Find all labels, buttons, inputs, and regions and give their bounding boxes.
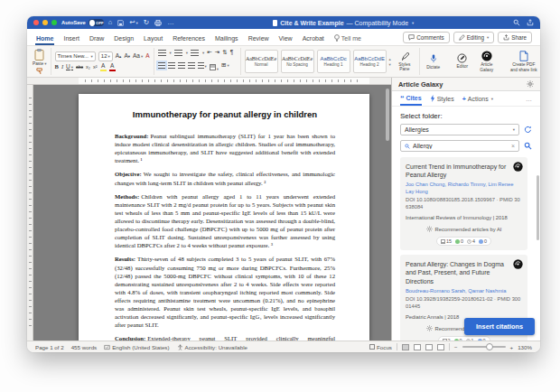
accessibility-status[interactable]: Accessibility: Unavailable (177, 344, 247, 350)
zoom-out-icon[interactable]: − (454, 344, 458, 350)
print-layout-view-button[interactable] (402, 344, 409, 350)
underline-button[interactable]: U▾ (66, 64, 73, 70)
article-title[interactable]: Current Trend in Immunotherapy for Peanu… (406, 163, 522, 179)
numbering-button[interactable] (174, 50, 182, 56)
style-heading-1[interactable]: AaBbCcDcHeading 1 (317, 50, 350, 73)
style-no-spacing[interactable]: AaBbCcDdEeNo Spacing (281, 50, 314, 73)
article-authors[interactable]: Boudreau-Romano Sarah, Qamar Nashmia (406, 288, 522, 295)
close-window-button[interactable] (33, 20, 39, 25)
document-scrollbar[interactable] (386, 89, 389, 141)
tab-view[interactable]: View (278, 33, 294, 45)
tab-styles[interactable]: Styles (430, 91, 454, 106)
search-input[interactable] (413, 143, 509, 149)
tab-insert[interactable]: Insert (62, 33, 80, 45)
article-galaxy-logo-icon[interactable] (513, 259, 523, 269)
tab-references[interactable]: References (172, 33, 206, 45)
show-paragraph-marks-icon[interactable]: ¶ (230, 50, 234, 56)
font-color-button[interactable]: A (109, 63, 116, 72)
insert-citations-button[interactable]: Insert citations (464, 318, 535, 335)
bold-button[interactable]: B (55, 64, 59, 70)
folder-select[interactable]: Allergies ▾ (400, 124, 519, 135)
increase-indent-icon[interactable]: ⇥ (215, 50, 219, 56)
tab-cites[interactable]: “ Cites (400, 91, 422, 106)
bullets-button[interactable] (158, 50, 166, 56)
zoom-level[interactable]: 130% (518, 344, 532, 350)
tab-home[interactable]: Home (35, 33, 54, 45)
undo-icon[interactable]: ↩▾ (129, 19, 138, 26)
styles-scroll[interactable]: ▴ ▾ (389, 57, 391, 67)
editor-button[interactable]: Editor (453, 53, 471, 69)
create-pdf-button[interactable]: Create PDF and share link (509, 51, 539, 72)
outline-view-button[interactable] (425, 344, 433, 350)
font-size-select[interactable]: 12▾ (98, 51, 113, 61)
line-spacing-button[interactable]: ▾ (198, 62, 207, 69)
italic-button[interactable]: I (61, 64, 63, 70)
sort-icon[interactable]: ⇅ (222, 50, 227, 56)
tab-acrobat[interactable]: Acrobat (302, 33, 325, 45)
align-right-button[interactable] (178, 62, 185, 69)
tab-draw[interactable]: Draw (89, 33, 105, 45)
article-authors[interactable]: Joo Chan Chong, Richardo Timmy, Lim Rene… (406, 182, 522, 195)
autosave-toggle[interactable]: AutoSave OFF (61, 19, 104, 26)
more-commands-icon[interactable]: … (167, 19, 174, 26)
styles-pane-button[interactable]: Styles Pane (394, 51, 415, 72)
tab-design[interactable]: Design (113, 33, 135, 45)
result-card[interactable]: Current Trend in Immunotherapy for Peanu… (400, 157, 527, 250)
search-box[interactable]: × (400, 140, 519, 152)
subscript-button[interactable]: x₂ (86, 65, 90, 70)
draft-view-button[interactable] (437, 344, 444, 350)
tab-layout[interactable]: Layout (143, 33, 163, 45)
metrics-pill[interactable]: 15 0 4 0 (436, 237, 491, 246)
search-icon[interactable] (513, 19, 520, 26)
clear-search-icon[interactable]: × (511, 143, 515, 149)
shading-button[interactable]: ▾ (210, 58, 219, 74)
sidebar-scrollbar[interactable] (537, 175, 539, 240)
editing-button[interactable]: Editing ▾ (453, 32, 495, 43)
borders-button[interactable]: ⊞▾ (221, 62, 229, 69)
strikethrough-button[interactable]: abc (76, 65, 83, 70)
paste-button[interactable]: Paste▾ (33, 49, 47, 67)
shrink-font-button[interactable]: A▾ (124, 53, 130, 60)
tab-review[interactable]: Review (247, 33, 270, 45)
redo-icon[interactable]: ↻ (144, 19, 149, 26)
multilevel-list-button[interactable] (191, 50, 199, 56)
grow-font-button[interactable]: A▴ (116, 53, 122, 60)
tab-actions[interactable]: + Actions ▾ (462, 91, 493, 106)
superscript-button[interactable]: x² (93, 65, 98, 70)
tab-tell-me[interactable]: Tell me (333, 32, 362, 45)
clear-formatting-button[interactable]: A (145, 53, 149, 60)
save-icon[interactable] (117, 20, 124, 26)
decrease-indent-icon[interactable]: ⇤ (207, 50, 211, 56)
style-heading-2[interactable]: AaBbCcDdEHeading 2 (353, 50, 387, 73)
focus-mode-button[interactable]: Focus (369, 344, 392, 350)
document-page[interactable]: Immunotherapy for peanut allergy in chil… (79, 94, 369, 341)
search-submit-icon[interactable] (524, 142, 532, 150)
refresh-icon[interactable] (524, 126, 532, 134)
dictate-button[interactable]: Dictate (424, 53, 443, 70)
autosave-switch[interactable]: OFF (89, 19, 104, 26)
share-icon[interactable] (527, 19, 534, 26)
zoom-window-button[interactable] (51, 20, 57, 25)
gear-icon[interactable] (527, 80, 534, 88)
tab-mailings[interactable]: Mailings (214, 33, 239, 45)
proofing-status[interactable]: English (United States) (104, 344, 169, 350)
page-count[interactable]: Page 1 of 2 (35, 344, 64, 350)
share-button[interactable]: Share (498, 32, 532, 43)
style-normal[interactable]: AaBbCcDdEeNormal (245, 50, 278, 73)
minimize-window-button[interactable] (42, 20, 48, 25)
justify-button[interactable] (188, 62, 195, 69)
align-left-button[interactable] (158, 62, 165, 69)
change-case-button[interactable]: Aa▾ (133, 53, 143, 60)
align-center-button[interactable] (168, 62, 175, 69)
more-options-icon[interactable]: … (526, 91, 532, 106)
home-icon[interactable]: ⌂ (108, 19, 113, 26)
zoom-slider[interactable] (462, 346, 506, 348)
article-title[interactable]: Peanut Allergy: Changes in Dogma and Pas… (406, 260, 522, 285)
zoom-in-icon[interactable]: + (510, 344, 514, 350)
web-layout-view-button[interactable] (414, 344, 421, 350)
article-galaxy-logo-icon[interactable] (513, 162, 523, 172)
word-count[interactable]: 455 words (71, 344, 98, 350)
comments-button[interactable]: Comments (403, 32, 449, 43)
metrics-pill[interactable]: 2 0 1 0 (438, 336, 490, 341)
article-galaxy-button[interactable]: Article Galaxy (475, 51, 499, 72)
